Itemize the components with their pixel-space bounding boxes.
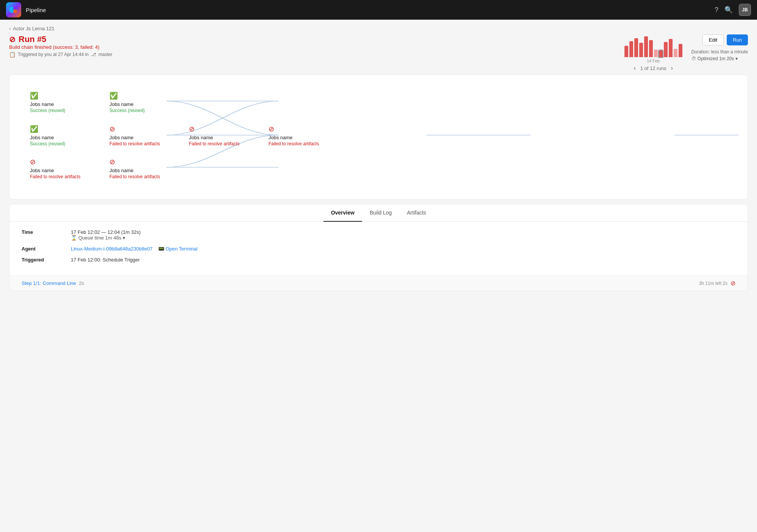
- chart-bar: [679, 44, 682, 57]
- detail-row-agent: Agent Linux-Medium-i-09b8a648a230b8e07 📟…: [22, 246, 735, 252]
- chart-bar: [634, 38, 638, 57]
- pipeline-graph: ✅ Jobs name Success (reused) ✅ Jobs name…: [9, 75, 748, 199]
- step-row: Step 1/1: Command Line 2s 3h 11m left 2s…: [9, 275, 748, 291]
- chart-bar: [644, 36, 648, 57]
- detail-row-time: Time 17 Feb 12:02 — 12:04 (1m 32s) ⌛ Que…: [22, 229, 735, 241]
- chart-bar: [669, 39, 673, 57]
- breadcrumb-arrow: ‹: [9, 26, 11, 31]
- step-name[interactable]: Command Line: [43, 280, 76, 286]
- job-name-n7: Jobs name: [189, 135, 239, 140]
- job-status-n4: Success (reused): [109, 108, 145, 113]
- pagination-current: 1 of 12 runs: [640, 65, 666, 71]
- header-section: ⊘ Run #5 Build chain finished (success: …: [9, 34, 748, 72]
- trigger-info: 📋 Triggered by you at 27 Apr 14:44 in ⎇ …: [9, 51, 615, 58]
- chart-bar: [624, 46, 628, 57]
- edit-button[interactable]: Edit: [702, 34, 724, 45]
- clock-icon: ⏱: [691, 56, 696, 61]
- job-name-n3: Jobs name: [30, 168, 80, 173]
- tc-logo: [6, 2, 21, 17]
- agent-label: Agent: [22, 246, 71, 252]
- nav-pipeline-label: Pipeline: [26, 7, 46, 13]
- job-node-n7[interactable]: ⊘ Jobs name Failed to resolve artifacts: [189, 125, 239, 146]
- job-name-n2: Jobs name: [30, 135, 65, 140]
- chart-bar: [649, 40, 653, 57]
- branch-icon: ⎇: [91, 52, 96, 57]
- chevron-down-icon: ▾: [735, 56, 738, 61]
- chart-bar: [674, 49, 677, 57]
- failed-icon-n6: ⊘: [109, 158, 160, 166]
- failed-icon-n3: ⊘: [30, 158, 80, 166]
- breadcrumb-parent[interactable]: Actor Js Lerna 121: [13, 26, 54, 31]
- failed-icon-n7: ⊘: [189, 125, 239, 133]
- job-name-n6: Jobs name: [109, 168, 160, 173]
- step-error-icon: ⊘: [730, 280, 735, 287]
- run-button[interactable]: Run: [727, 34, 748, 45]
- job-status-n3: Failed to resolve artifacts: [30, 174, 80, 179]
- failed-icon-n5: ⊘: [109, 125, 160, 133]
- queue-info: ⌛ Queue time 1m 48s ▾: [71, 235, 144, 241]
- job-name-n5: Jobs name: [109, 135, 160, 140]
- tab-build-log[interactable]: Build Log: [362, 204, 399, 222]
- duration-optimized-text: Optimized 1m 20s: [698, 56, 734, 61]
- build-subtitle: Build chain finished (success: 3, failed…: [9, 44, 615, 50]
- job-node-n1[interactable]: ✅ Jobs name Success (reused): [30, 92, 65, 113]
- job-status-n6: Failed to resolve artifacts: [109, 174, 160, 179]
- chart-label: 14 Feb: [624, 59, 682, 63]
- job-name-n8: Jobs name: [268, 135, 319, 140]
- agent-value: Linux-Medium-i-09b8a648a230b8e07 📟 Open …: [71, 246, 198, 252]
- terminal-link-icon: 📟: [158, 246, 164, 252]
- step-label: Step 1/1: Command Line 2s: [22, 280, 84, 286]
- job-status-n5: Failed to resolve artifacts: [109, 141, 160, 146]
- queue-text: Queue time 1m 48s: [78, 235, 121, 241]
- pagination: ‹ 1 of 12 runs ›: [624, 65, 682, 72]
- agent-link[interactable]: Linux-Medium-i-09b8a648a230b8e07: [71, 246, 153, 252]
- triggered-label: Triggered: [22, 257, 71, 263]
- job-status-n7: Failed to resolve artifacts: [189, 141, 239, 146]
- nav-right: ? 🔍 JB: [715, 4, 751, 16]
- success-icon-n4: ✅: [109, 92, 145, 100]
- trigger-text: Triggered by you at 27 Apr 14:44 in: [18, 52, 89, 57]
- header-left: ⊘ Run #5 Build chain finished (success: …: [9, 34, 615, 62]
- run-title-text: Run #5: [19, 34, 46, 44]
- help-icon[interactable]: ?: [715, 6, 718, 14]
- search-icon[interactable]: 🔍: [724, 6, 733, 14]
- chart-bar: [664, 42, 668, 57]
- pagination-prev[interactable]: ‹: [634, 65, 635, 72]
- job-name-n4: Jobs name: [109, 101, 145, 107]
- pagination-next[interactable]: ›: [671, 65, 673, 72]
- job-node-n3[interactable]: ⊘ Jobs name Failed to resolve artifacts: [30, 158, 80, 179]
- chart-bar: [639, 43, 643, 57]
- duration-main: Duration: less than a minute: [691, 49, 748, 54]
- job-node-n5[interactable]: ⊘ Jobs name Failed to resolve artifacts: [109, 125, 160, 146]
- hourglass-icon: ⌛: [71, 235, 77, 241]
- queue-chevron: ▾: [123, 235, 125, 241]
- user-avatar[interactable]: JB: [739, 4, 751, 16]
- open-terminal-link[interactable]: Open Terminal: [165, 246, 197, 252]
- job-status-n2: Success (reused): [30, 141, 65, 146]
- job-node-n6[interactable]: ⊘ Jobs name Failed to resolve artifacts: [109, 158, 160, 179]
- job-node-n4[interactable]: ✅ Jobs name Success (reused): [109, 92, 145, 113]
- header-right: Edit Run Duration: less than a minute ⏱ …: [691, 34, 748, 61]
- chart-bar: [629, 41, 633, 57]
- job-status-n1: Success (reused): [30, 108, 65, 113]
- run-title: ⊘ Run #5: [9, 34, 615, 44]
- branch-name: master: [98, 52, 112, 57]
- step-right: 3h 11m left 2s ⊘: [699, 280, 735, 287]
- chart-area: 14 Feb ‹ 1 of 12 runs ›: [624, 34, 682, 72]
- time-value: 17 Feb 12:02 — 12:04 (1m 32s) ⌛ Queue ti…: [71, 229, 144, 241]
- success-icon-n1: ✅: [30, 92, 65, 100]
- step-time: 2s: [79, 280, 84, 286]
- duration-optimized: ⏱ Optimized 1m 20s ▾: [691, 56, 748, 61]
- tab-artifacts[interactable]: Artifacts: [400, 204, 434, 222]
- chart-bar: [654, 50, 658, 57]
- step-right-text: 3h 11m left 2s: [699, 281, 727, 286]
- tab-overview[interactable]: Overview: [323, 204, 362, 222]
- time-label: Time: [22, 229, 71, 235]
- breadcrumb: ‹ Actor Js Lerna 121: [9, 26, 748, 31]
- detail-row-triggered: Triggered 17 Feb 12:00: Schedule Trigger: [22, 257, 735, 263]
- job-node-n8[interactable]: ⊘ Jobs name Failed to resolve artifacts: [268, 125, 319, 146]
- step-number: Step 1/1:: [22, 280, 41, 286]
- topnav: Pipeline ? 🔍 JB: [0, 0, 757, 20]
- trigger-icon: 📋: [9, 51, 16, 58]
- job-node-n2[interactable]: ✅ Jobs name Success (reused): [30, 125, 65, 146]
